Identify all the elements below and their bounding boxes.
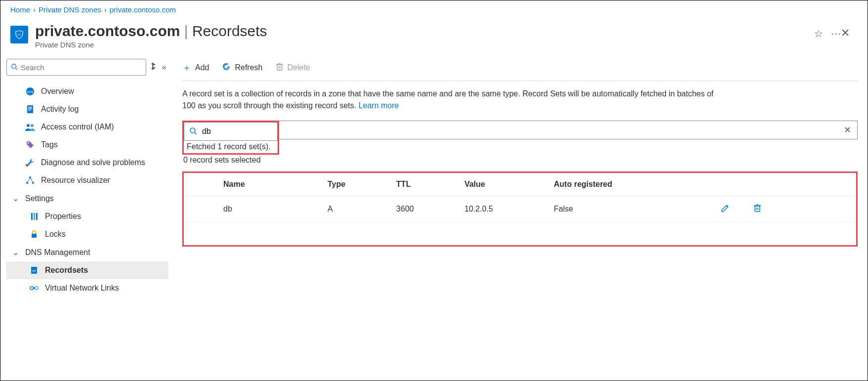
sidebar-group-label: DNS Management [25, 248, 90, 257]
fetched-count-text: Fetched 1 record set(s). [187, 142, 275, 151]
tag-icon [25, 140, 35, 149]
learn-more-link[interactable]: Learn more [359, 101, 399, 110]
recordsets-table-container: Name Type TTL Value Auto registered db A… [182, 171, 858, 247]
record-search-input[interactable] [202, 127, 261, 136]
breadcrumb-sep: › [33, 5, 36, 14]
svg-point-36 [190, 128, 195, 133]
breadcrumb-home[interactable]: Home [10, 5, 30, 14]
more-actions-button[interactable]: ⋯ [831, 28, 841, 40]
col-value[interactable]: Value [455, 173, 545, 196]
table-row[interactable]: db A 3600 10.2.0.5 False [184, 196, 856, 222]
svg-line-37 [195, 132, 197, 134]
sort-button[interactable] [151, 62, 157, 72]
page-header: </> private.contoso.com | Recordsets Pri… [0, 19, 868, 59]
table-header-row: Name Type TTL Value Auto registered [184, 173, 856, 196]
globe-icon: DNS [25, 87, 35, 96]
cell-name: db [184, 196, 319, 222]
refresh-icon [222, 62, 231, 74]
sidebar-search[interactable] [6, 59, 146, 76]
sidebar-item-diagnose[interactable]: Diagnose and solve problems [6, 154, 168, 171]
sidebar-item-access-control[interactable]: Access control (IAM) [6, 118, 168, 136]
svg-rect-7 [27, 105, 33, 113]
sidebar-group-settings[interactable]: ⌄ Settings [6, 189, 168, 208]
sidebar-item-label: Diagnose and solve problems [41, 158, 145, 167]
breadcrumb-current[interactable]: private.contoso.com [110, 5, 176, 14]
people-icon [25, 123, 35, 131]
refresh-label: Refresh [235, 63, 262, 72]
sidebar-item-label: Properties [45, 212, 81, 221]
recordset-icon: </> [29, 266, 39, 275]
resource-type-label: Private DNS zone [35, 41, 804, 49]
breadcrumb-zones[interactable]: Private DNS zones [39, 5, 101, 14]
close-blade-button[interactable]: ✕ [841, 23, 858, 40]
refresh-button[interactable]: Refresh [222, 62, 262, 74]
svg-rect-10 [28, 110, 31, 111]
properties-icon [29, 212, 39, 221]
sidebar-item-label: Recordsets [45, 266, 88, 275]
collapse-sidebar-button[interactable]: « [162, 63, 166, 72]
sidebar-item-label: Access control (IAM) [41, 123, 114, 131]
svg-text:</>: </> [17, 33, 22, 36]
svg-point-1 [12, 64, 16, 68]
table-empty-row [184, 222, 856, 245]
main-content: ＋ Add Refresh Delete A record set is a c… [168, 59, 868, 297]
toolbar: ＋ Add Refresh Delete [182, 59, 858, 81]
sidebar-item-label: Virtual Network Links [45, 284, 119, 293]
sidebar-item-tags[interactable]: Tags [6, 136, 168, 154]
svg-point-12 [31, 124, 34, 127]
svg-line-2 [16, 68, 18, 70]
add-button[interactable]: ＋ Add [182, 62, 209, 74]
sidebar-group-label: Settings [25, 194, 54, 203]
cell-type: A [319, 196, 387, 222]
trash-icon [276, 62, 284, 74]
sidebar-item-vnet-links[interactable]: Virtual Network Links [6, 279, 168, 297]
plus-icon: ＋ [182, 62, 191, 74]
sidebar-item-label: Tags [41, 140, 58, 149]
sidebar-item-label: Overview [41, 87, 74, 96]
clear-search-button[interactable]: ✕ [844, 125, 851, 135]
col-auto-registered[interactable]: Auto registered [545, 173, 692, 196]
cell-value: 10.2.0.5 [455, 196, 545, 222]
svg-point-13 [28, 142, 29, 144]
delete-button: Delete [276, 62, 310, 74]
description-text: A record set is a collection of records … [182, 81, 726, 121]
svg-rect-20 [31, 213, 33, 220]
col-name[interactable]: Name [184, 173, 319, 196]
sidebar: « DNS Overview Activity log Access contr… [0, 59, 168, 297]
sidebar-item-recordsets[interactable]: </> Recordsets [6, 261, 168, 279]
lock-icon [29, 230, 39, 239]
col-type[interactable]: Type [319, 173, 387, 196]
chevron-down-icon: ⌄ [11, 194, 19, 203]
page-title: private.contoso.com | Recordsets [35, 23, 804, 40]
svg-rect-23 [32, 234, 37, 238]
cell-auto: False [545, 196, 692, 222]
breadcrumb-sep: › [104, 5, 107, 14]
section-title: Recordsets [192, 23, 267, 39]
svg-text:</>: </> [32, 269, 37, 272]
sidebar-item-properties[interactable]: Properties [6, 208, 168, 225]
sidebar-item-label: Locks [45, 230, 66, 239]
edit-row-button[interactable] [720, 203, 730, 214]
sidebar-item-label: Activity log [41, 105, 79, 114]
svg-line-18 [27, 177, 30, 183]
delete-row-button[interactable] [752, 203, 762, 214]
sidebar-item-label: Resource visualizer [41, 176, 110, 185]
col-ttl[interactable]: TTL [387, 173, 455, 196]
cell-ttl: 3600 [387, 196, 455, 222]
favorite-button[interactable]: ☆ [814, 28, 823, 40]
sidebar-search-input[interactable] [21, 63, 142, 72]
sidebar-item-locks[interactable]: Locks [6, 225, 168, 243]
search-icon [189, 127, 197, 136]
sidebar-item-resource-visualizer[interactable]: Resource visualizer [6, 171, 168, 189]
svg-point-11 [27, 124, 30, 127]
sidebar-item-activity-log[interactable]: Activity log [6, 100, 168, 118]
svg-rect-21 [34, 213, 35, 220]
dns-zone-icon: </> [10, 26, 28, 43]
wrench-icon [25, 158, 35, 167]
sidebar-item-overview[interactable]: DNS Overview [6, 83, 168, 100]
sidebar-group-dns-management[interactable]: ⌄ DNS Management [6, 243, 168, 261]
svg-rect-9 [28, 108, 32, 109]
svg-rect-22 [36, 213, 38, 220]
chevron-down-icon: ⌄ [11, 248, 19, 257]
resource-name: private.contoso.com [35, 23, 180, 39]
